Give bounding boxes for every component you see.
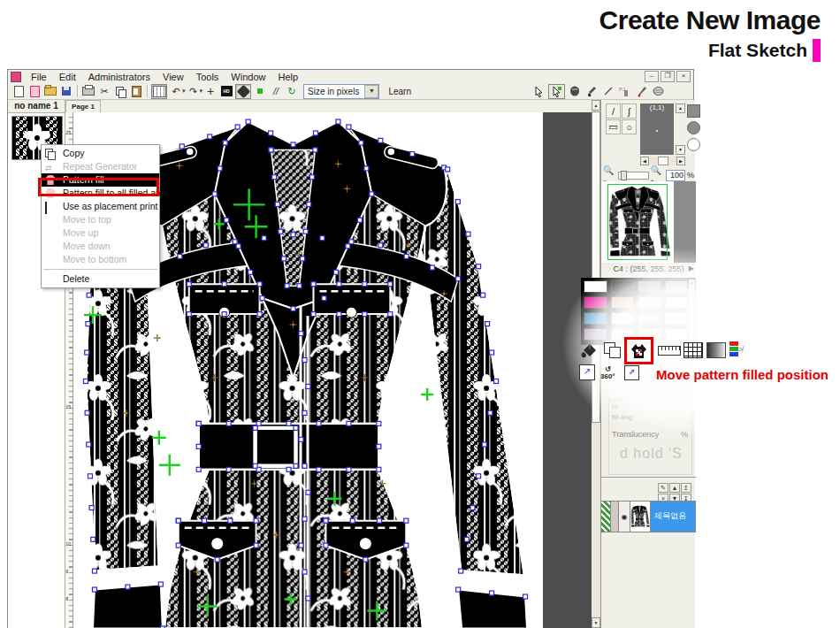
line-shape-tool[interactable]: /: [606, 103, 621, 119]
square-brush-chip[interactable]: [687, 104, 700, 118]
menu-view[interactable]: View: [157, 72, 190, 82]
cut-icon[interactable]: ✂: [97, 85, 111, 98]
new-template-icon[interactable]: [27, 85, 42, 98]
brush-tool-icon[interactable]: [584, 85, 599, 98]
learn-label[interactable]: Learn: [388, 87, 411, 96]
grid-icon[interactable]: [683, 342, 703, 358]
layer-color-chip[interactable]: [611, 502, 619, 532]
copy-icon[interactable]: [604, 342, 620, 356]
menu-window[interactable]: Window: [225, 72, 271, 82]
resize-icon[interactable]: ↗: [579, 364, 595, 380]
palette-swatch[interactable]: [665, 280, 689, 293]
context-item-placement-print[interactable]: Use as placement print: [42, 200, 159, 213]
flip-edit-icon[interactable]: ⇗: [624, 365, 639, 380]
halftone-icon[interactable]: [706, 342, 726, 358]
zoom-slider[interactable]: [618, 172, 648, 180]
spinner-up-icon[interactable]: ▲: [676, 103, 685, 113]
fill-bucket-icon[interactable]: [579, 341, 599, 359]
palette-swatch[interactable]: [665, 328, 689, 341]
smart-select-tool-icon[interactable]: [548, 84, 565, 99]
palette-swatch[interactable]: [611, 280, 635, 293]
outline-brush-chip[interactable]: [687, 138, 700, 151]
ruler-icon[interactable]: [658, 346, 681, 356]
palette-swatch[interactable]: [638, 296, 661, 309]
palette-swatch[interactable]: [665, 296, 689, 309]
preview-horizontal-scrollbar[interactable]: ◀ ▶: [640, 157, 685, 165]
scroll-left-icon[interactable]: ◀: [640, 157, 649, 165]
scroll-right-icon[interactable]: ▶: [676, 157, 685, 165]
palette-swatch[interactable]: [584, 280, 607, 293]
scroll-up-icon[interactable]: ▲: [592, 100, 600, 111]
dropdown-arrow-icon[interactable]: ▼: [364, 85, 378, 98]
expand-arrow-icon[interactable]: ▶: [689, 264, 694, 272]
brush-preview-box[interactable]: (1,1): [640, 103, 674, 155]
toolbar: ✂ ↶▾ ↷▾ + HD // ↻ Size in pixels ▼ Learn: [8, 83, 693, 100]
open-folder-icon[interactable]: [43, 85, 57, 98]
round-brush-chip[interactable]: [687, 121, 700, 134]
copy-icon[interactable]: [113, 85, 127, 98]
scrollbar-thumb[interactable]: [658, 157, 668, 165]
size-unit-dropdown[interactable]: Size in pixels ▼: [303, 84, 379, 99]
menu-help[interactable]: Help: [271, 72, 304, 82]
scroll-down-icon[interactable]: ▼: [592, 617, 600, 628]
palette-swatch[interactable]: [638, 280, 661, 293]
layer-thumbnail[interactable]: [630, 502, 651, 532]
layer-fill-chip[interactable]: [601, 502, 611, 532]
rotate-360-icon[interactable]: ↺360°: [600, 366, 615, 380]
layer-row[interactable]: ◉ 제목없음: [601, 501, 696, 532]
context-item-copy[interactable]: Copy: [42, 147, 159, 160]
context-item-pattern-fill-all[interactable]: Pattern fill to all filled area: [42, 187, 159, 200]
fill-bucket-icon[interactable]: [235, 84, 251, 99]
marker-tool-icon[interactable]: PJ: [617, 85, 632, 98]
palette-swatch[interactable]: [638, 312, 661, 325]
undo-icon[interactable]: ↶: [169, 85, 183, 98]
zoom-slider-thumb[interactable]: [621, 171, 627, 180]
palette-swatch[interactable]: [584, 312, 607, 325]
print-icon[interactable]: [81, 85, 95, 98]
app-icon: [11, 72, 21, 82]
refresh-icon[interactable]: ↻: [285, 85, 299, 98]
edit-layer-icon[interactable]: ✎: [658, 483, 668, 493]
layer-top-icon[interactable]: ↥: [681, 483, 691, 493]
picker-tool-icon[interactable]: [634, 85, 649, 98]
paste-icon[interactable]: [129, 85, 143, 98]
palette-scrollbar[interactable]: ▲: [689, 280, 695, 341]
context-item-delete[interactable]: Delete: [42, 272, 159, 286]
color-chip-icon[interactable]: [253, 85, 267, 98]
palette-swatch[interactable]: [584, 296, 607, 309]
curve-shape-tool[interactable]: ∫: [622, 103, 637, 119]
hand-tool-icon[interactable]: [567, 85, 582, 98]
crosshair-icon[interactable]: +: [203, 85, 218, 98]
menu-tools[interactable]: Tools: [190, 72, 225, 82]
redo-icon[interactable]: ↷: [187, 85, 201, 98]
sphere-tool-icon[interactable]: [651, 85, 666, 98]
close-button[interactable]: ×: [676, 71, 691, 82]
new-icon[interactable]: [11, 85, 26, 98]
hatch-lines-icon[interactable]: //: [269, 85, 283, 98]
layer-name[interactable]: 제목없음: [651, 502, 696, 532]
restore-button[interactable]: ❐: [661, 71, 675, 82]
palette-swatch[interactable]: [584, 328, 607, 341]
rgb-channels-icon[interactable]: ≯: [729, 341, 743, 356]
menu-administrators[interactable]: Administrators: [82, 72, 157, 82]
ellipse-shape-tool[interactable]: ○: [622, 119, 637, 134]
rect-shape-tool[interactable]: ▭: [606, 119, 621, 134]
line-tool-icon[interactable]: [600, 85, 615, 98]
select-tool-icon[interactable]: [531, 85, 546, 98]
palette-swatch[interactable]: [665, 312, 689, 325]
layer-up-icon[interactable]: ▲: [669, 483, 680, 493]
context-item-pattern-fill[interactable]: Pattern fill: [42, 173, 159, 187]
palette-swatch[interactable]: [611, 296, 635, 309]
hd-pattern-icon[interactable]: HD: [219, 85, 233, 98]
save-icon[interactable]: [59, 85, 73, 98]
minimize-button[interactable]: –: [645, 71, 659, 82]
menu-file[interactable]: File: [25, 72, 53, 82]
zoom-value[interactable]: 100: [666, 170, 685, 181]
layer-visibility-icon[interactable]: ◉: [619, 502, 630, 532]
page-tab[interactable]: Page 1: [65, 100, 101, 112]
palette-swatch[interactable]: [611, 312, 635, 325]
repeat-grid-icon[interactable]: [151, 84, 167, 99]
document-tab[interactable]: no name 1: [8, 100, 65, 113]
spinner-down-icon[interactable]: ▼: [676, 145, 685, 155]
menu-edit[interactable]: Edit: [53, 72, 82, 82]
